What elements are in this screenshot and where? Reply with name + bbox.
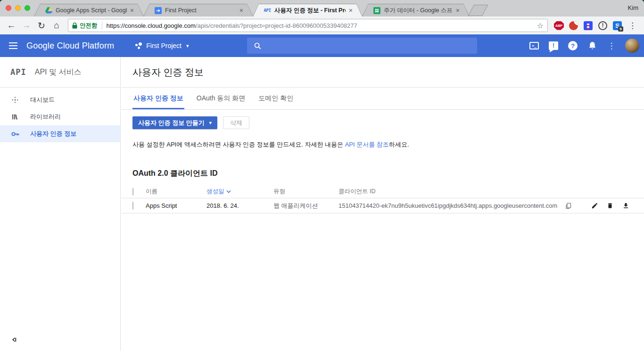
browser-tabstrip: Google Apps Script - Google 드 × ➜ First … <box>0 0 644 16</box>
adblock-extension-icon[interactable]: ABP <box>554 21 564 31</box>
sidebar-item-dashboard[interactable]: 대시보드 <box>0 91 120 108</box>
reload-icon[interactable]: ↻ <box>35 19 48 32</box>
notifications-bell-icon[interactable] <box>585 38 600 53</box>
minimize-window-button[interactable] <box>15 5 21 11</box>
create-credentials-button[interactable]: 사용자 인증 정보 만들기 ▾ <box>132 116 217 129</box>
sidebar-item-library[interactable]: 라이브러리 <box>0 108 120 125</box>
tab-title: 사용자 인증 정보 - First Project <box>274 7 346 15</box>
google-sheets-icon <box>373 7 380 14</box>
copy-icon[interactable] <box>564 202 572 210</box>
chevron-down-icon: ▾ <box>209 120 212 125</box>
tab-oauth-consent[interactable]: OAuth 동의 화면 <box>196 94 246 109</box>
project-switcher[interactable]: First Project ▾ <box>135 42 189 49</box>
url-text[interactable]: https://console.cloud.google.com/apis/cr… <box>107 22 534 29</box>
gcp-header: Google Cloud Platform First Project ▾ >_… <box>0 34 644 57</box>
security-label: 안전함 <box>80 22 98 30</box>
cell-name[interactable]: Apps Script <box>146 202 206 209</box>
key-icon <box>10 129 20 139</box>
browser-profile-name[interactable]: Kim <box>628 4 638 11</box>
download-icon[interactable] <box>621 202 630 210</box>
select-all-checkbox[interactable] <box>132 188 133 196</box>
description-text: 사용 설정한 API에 액세스하려면 사용자 인증 정보를 만드세요. 자세한 … <box>121 129 644 149</box>
help-icon[interactable]: ? <box>565 38 580 53</box>
translator-extension-icon[interactable]: S9 <box>612 21 622 31</box>
api-logo: API <box>10 67 26 77</box>
page-header: 사용자 인증 정보 <box>121 57 644 88</box>
apps-script-icon: ➜ <box>154 7 162 14</box>
cloud-shell-icon[interactable]: >_ <box>527 38 542 53</box>
column-header-client-id[interactable]: 클라이언트 ID <box>339 188 630 196</box>
avatar[interactable] <box>625 39 639 53</box>
back-icon[interactable]: ← <box>5 19 18 32</box>
feedback-icon[interactable]: ! <box>546 38 561 53</box>
tab-title: Google Apps Script - Google 드 <box>56 7 127 15</box>
tab-title: 주가 데이터 - Google 스프레드시트 <box>384 7 453 15</box>
browser-toolbar: ← → ↻ ⌂ 안전함 https://console.cloud.google… <box>0 16 644 34</box>
sidebar-title: API 및 서비스 <box>35 67 82 77</box>
close-tab-icon[interactable]: × <box>130 7 134 14</box>
api-favicon-icon: API <box>264 7 271 14</box>
gcp-brand[interactable]: Google Cloud Platform <box>26 41 114 51</box>
tab-domain-verification[interactable]: 도메인 확인 <box>257 94 294 109</box>
browser-tab-credentials-active[interactable]: API 사용자 인증 정보 - First Project × <box>253 4 363 16</box>
description-post: 하세요. <box>389 141 409 148</box>
gcp-header-actions: >_ ! ? ⋮ <box>527 34 639 57</box>
library-icon <box>10 112 20 122</box>
table-row[interactable]: Apps Script 2018. 6. 24. 웹 애플리케이션 151043… <box>121 198 644 213</box>
bookmark-star-icon[interactable]: ☆ <box>534 21 544 30</box>
sidebar: API API 및 서비스 대시보드 <box>0 57 121 351</box>
hamburger-menu-icon[interactable] <box>0 42 26 49</box>
tab-credentials[interactable]: 사용자 인증 정보 <box>132 94 184 109</box>
sidebar-item-credentials[interactable]: 사용자 인증 정보 <box>0 125 120 142</box>
security-indicator[interactable]: 안전함 <box>72 22 102 30</box>
url-path: /apis/credentials?project=project-id-860… <box>196 22 357 29</box>
column-header-created-label: 생성일 <box>206 188 224 196</box>
table-header-row: 이름 생성일 유형 클라이언트 ID <box>121 185 644 198</box>
api-docs-link[interactable]: API 문서를 참조 <box>345 141 389 148</box>
column-header-created[interactable]: 생성일 <box>206 188 273 196</box>
gcp-search-input[interactable] <box>247 38 477 54</box>
fullscreen-window-button[interactable] <box>25 5 30 11</box>
url-host: https://console.cloud.google.com <box>107 22 196 29</box>
home-icon[interactable]: ⌂ <box>50 19 63 32</box>
browser-tab-first-project[interactable]: ➜ First Project × <box>143 4 253 16</box>
chrome-menu-icon[interactable]: ⋮ <box>626 21 639 31</box>
cell-type: 웹 애플리케이션 <box>273 202 339 210</box>
extension-badge: 9 <box>618 26 623 32</box>
browser-tab-spreadsheet[interactable]: 주가 데이터 - Google 스프레드시트 × <box>362 4 470 16</box>
google-drive-icon <box>45 7 52 14</box>
sidebar-item-label: 라이브러리 <box>30 113 61 121</box>
sidebar-item-label: 사용자 인증 정보 <box>30 130 76 138</box>
page-content: API API 및 서비스 대시보드 <box>0 57 644 351</box>
cell-created: 2018. 6. 24. <box>206 202 273 209</box>
delete-button[interactable]: 삭제 <box>223 116 249 129</box>
oauth-section-title: OAuth 2.0 클라이언트 ID <box>121 149 644 179</box>
forward-icon[interactable]: → <box>20 19 33 32</box>
close-tab-icon[interactable]: × <box>456 7 460 14</box>
close-window-button[interactable] <box>6 5 11 11</box>
credentials-tabs: 사용자 인증 정보 OAuth 동의 화면 도메인 확인 <box>121 88 644 110</box>
edit-pencil-icon[interactable] <box>590 202 599 210</box>
column-header-name[interactable]: 이름 <box>146 188 206 196</box>
search-icon <box>254 42 262 50</box>
tab-title: First Project <box>165 7 236 14</box>
description-pre: 사용 설정한 API에 액세스하려면 사용자 인증 정보를 만드세요. 자세한 … <box>132 141 345 148</box>
browser-tab-apps-script[interactable]: Google Apps Script - Google 드 × <box>34 4 144 16</box>
column-header-type[interactable]: 유형 <box>273 188 339 196</box>
row-checkbox[interactable] <box>132 202 133 210</box>
credentials-table: 이름 생성일 유형 클라이언트 ID Apps Script 2018. 6. … <box>121 185 644 213</box>
more-options-icon[interactable]: ⋮ <box>604 38 619 53</box>
close-tab-icon[interactable]: × <box>349 7 353 14</box>
address-bar[interactable]: 안전함 https://console.cloud.google.com/api… <box>68 19 548 32</box>
delete-trash-icon[interactable] <box>606 202 614 210</box>
row-actions <box>581 202 630 210</box>
new-tab-button[interactable] <box>468 5 488 16</box>
lock-icon <box>72 23 77 29</box>
main-panel: 사용자 인증 정보 사용자 인증 정보 OAuth 동의 화면 도메인 확인 사… <box>121 57 644 351</box>
collapse-sidebar-icon[interactable] <box>10 336 20 344</box>
extension-icon-round[interactable] <box>569 21 578 31</box>
lighthouse-extension-icon[interactable] <box>583 21 593 31</box>
info-extension-icon[interactable]: ! <box>598 21 608 31</box>
close-tab-icon[interactable]: × <box>239 7 243 14</box>
chevron-down-icon: ▾ <box>186 43 189 49</box>
